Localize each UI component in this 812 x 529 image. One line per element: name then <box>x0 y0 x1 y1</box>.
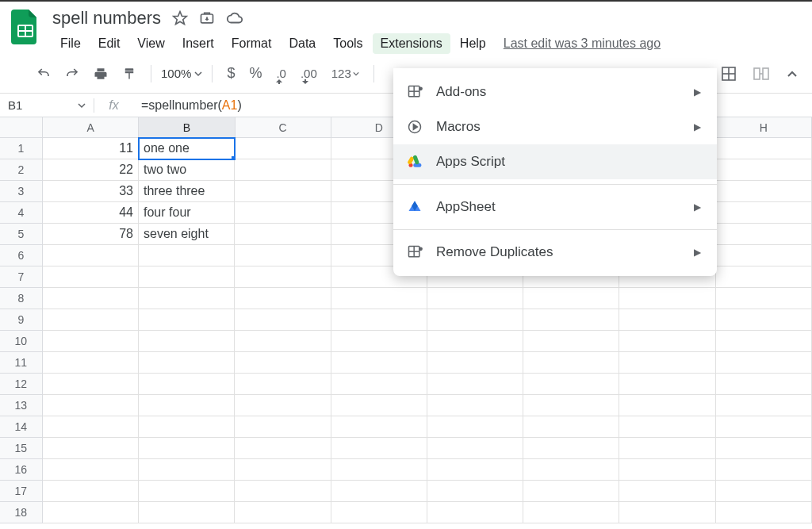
decrease-decimal-button[interactable]: .0 <box>271 63 291 83</box>
cell-H18[interactable] <box>716 502 812 523</box>
cell-D14[interactable] <box>331 416 427 438</box>
cell-H8[interactable] <box>716 288 812 309</box>
cell-G16[interactable] <box>619 459 715 481</box>
cell-E9[interactable] <box>427 309 523 331</box>
cell-H5[interactable] <box>716 224 812 245</box>
cell-A10[interactable] <box>43 331 139 352</box>
row-header[interactable]: 6 <box>0 245 43 266</box>
row-header[interactable]: 16 <box>0 459 43 481</box>
cell-E11[interactable] <box>427 352 523 374</box>
cell-H12[interactable] <box>716 374 812 395</box>
menu-insert[interactable]: Insert <box>174 33 222 54</box>
row-header[interactable]: 2 <box>0 159 43 181</box>
cell-C10[interactable] <box>235 331 331 352</box>
row-header[interactable]: 10 <box>0 331 43 352</box>
cell-A6[interactable] <box>43 245 139 266</box>
cell-H13[interactable] <box>716 395 812 416</box>
menu-help[interactable]: Help <box>452 33 494 54</box>
cell-F17[interactable] <box>523 481 619 502</box>
cell-B18[interactable] <box>139 502 235 523</box>
cell-C15[interactable] <box>235 438 331 459</box>
cell-B5[interactable]: seven eight <box>139 224 235 245</box>
cell-G15[interactable] <box>619 438 715 459</box>
cell-C14[interactable] <box>235 416 331 438</box>
cell-A12[interactable] <box>43 374 139 395</box>
cell-G14[interactable] <box>619 416 715 438</box>
cell-C6[interactable] <box>235 245 331 266</box>
row-header[interactable]: 17 <box>0 481 43 502</box>
cell-F12[interactable] <box>523 374 619 395</box>
borders-button[interactable] <box>717 63 741 84</box>
cell-C16[interactable] <box>235 459 331 481</box>
cell-B16[interactable] <box>139 459 235 481</box>
cell-B15[interactable] <box>139 438 235 459</box>
cell-B7[interactable] <box>139 266 235 288</box>
ext-menu-appsscript[interactable]: Apps Script <box>393 144 717 179</box>
cell-A16[interactable] <box>43 459 139 481</box>
cell-B9[interactable] <box>139 309 235 331</box>
cell-A8[interactable] <box>43 288 139 309</box>
row-header[interactable]: 14 <box>0 416 43 438</box>
row-header[interactable]: 11 <box>0 352 43 374</box>
cell-D12[interactable] <box>331 374 427 395</box>
cell-A13[interactable] <box>43 395 139 416</box>
cell-F8[interactable] <box>523 288 619 309</box>
cell-A7[interactable] <box>43 266 139 288</box>
row-header[interactable]: 18 <box>0 502 43 523</box>
currency-button[interactable]: $ <box>222 62 239 85</box>
doc-title[interactable]: spell numbers <box>52 8 161 29</box>
cell-D10[interactable] <box>331 331 427 352</box>
cell-G13[interactable] <box>619 395 715 416</box>
cell-H17[interactable] <box>716 481 812 502</box>
cell-E17[interactable] <box>427 481 523 502</box>
cell-G9[interactable] <box>619 309 715 331</box>
cell-G17[interactable] <box>619 481 715 502</box>
cell-E18[interactable] <box>427 502 523 523</box>
cell-F11[interactable] <box>523 352 619 374</box>
menu-format[interactable]: Format <box>224 33 280 54</box>
cell-C18[interactable] <box>235 502 331 523</box>
cell-B4[interactable]: four four <box>139 202 235 224</box>
cell-H7[interactable] <box>716 266 812 288</box>
selection-handle[interactable] <box>232 156 235 159</box>
ext-menu-addons[interactable]: Add-ons▶ <box>393 75 717 109</box>
col-header-B[interactable]: B <box>139 117 235 138</box>
cell-B6[interactable] <box>139 245 235 266</box>
ext-menu-removedup[interactable]: Remove Duplicates▶ <box>393 235 717 270</box>
merge-button[interactable] <box>749 63 774 84</box>
cell-C3[interactable] <box>235 181 331 202</box>
cell-H15[interactable] <box>716 438 812 459</box>
name-box[interactable]: B1 <box>0 98 94 112</box>
menu-edit[interactable]: Edit <box>90 33 128 54</box>
cell-H11[interactable] <box>716 352 812 374</box>
cell-F10[interactable] <box>523 331 619 352</box>
cell-D11[interactable] <box>331 352 427 374</box>
col-header-A[interactable]: A <box>43 117 139 138</box>
cell-C17[interactable] <box>235 481 331 502</box>
percent-button[interactable]: % <box>244 62 266 85</box>
row-header[interactable]: 15 <box>0 438 43 459</box>
cell-D16[interactable] <box>331 459 427 481</box>
cell-B10[interactable] <box>139 331 235 352</box>
cell-H1[interactable] <box>716 138 812 159</box>
cell-E15[interactable] <box>427 438 523 459</box>
cell-E12[interactable] <box>427 374 523 395</box>
cell-D18[interactable] <box>331 502 427 523</box>
cell-C8[interactable] <box>235 288 331 309</box>
cell-D17[interactable] <box>331 481 427 502</box>
print-button[interactable] <box>89 63 113 84</box>
cell-C13[interactable] <box>235 395 331 416</box>
row-header[interactable]: 8 <box>0 288 43 309</box>
cell-C5[interactable] <box>235 224 331 245</box>
menu-file[interactable]: File <box>52 33 89 54</box>
cell-C11[interactable] <box>235 352 331 374</box>
cell-F15[interactable] <box>523 438 619 459</box>
row-header[interactable]: 9 <box>0 309 43 331</box>
cell-C9[interactable] <box>235 309 331 331</box>
cell-B12[interactable] <box>139 374 235 395</box>
cell-A5[interactable]: 78 <box>43 224 139 245</box>
cell-H6[interactable] <box>716 245 812 266</box>
row-header[interactable]: 12 <box>0 374 43 395</box>
cell-B11[interactable] <box>139 352 235 374</box>
cell-A17[interactable] <box>43 481 139 502</box>
